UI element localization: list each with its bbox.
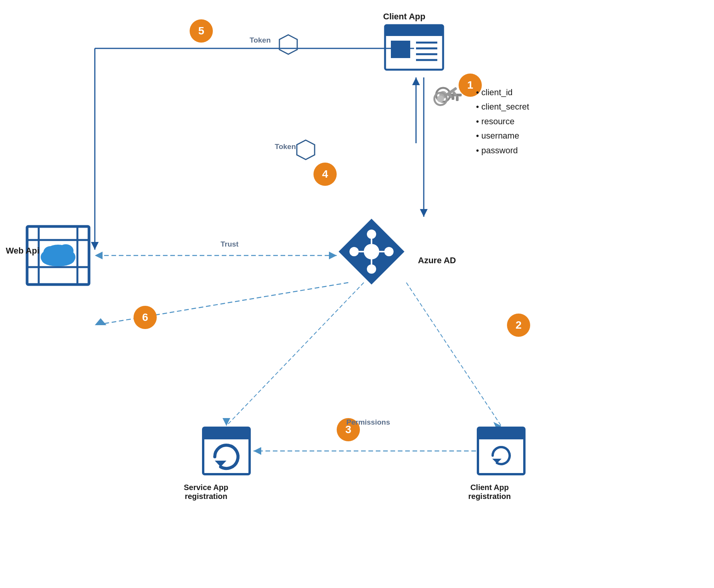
svg-point-47 — [364, 244, 379, 259]
azure-ad-label: Azure AD — [418, 255, 456, 266]
svg-rect-57 — [203, 428, 250, 439]
svg-rect-20 — [385, 25, 443, 36]
permissions-label: Permissions — [346, 418, 390, 427]
credential-username: username — [476, 129, 529, 143]
key-icon — [433, 83, 464, 116]
svg-marker-2 — [91, 242, 99, 250]
svg-line-14 — [226, 283, 364, 426]
badge-2: 2 — [507, 314, 530, 337]
svg-point-51 — [349, 247, 359, 256]
badge-4: 4 — [313, 163, 337, 186]
svg-point-49 — [384, 247, 394, 256]
svg-point-45 — [58, 244, 74, 257]
badge-5: 5 — [190, 19, 213, 43]
token-mid-label: Token — [275, 142, 296, 151]
svg-marker-8 — [95, 252, 103, 259]
diagram-container: 5 Token Client App 1 — [0, 0, 714, 588]
token-top-hex — [279, 34, 298, 57]
client-app-reg-icon — [476, 426, 526, 476]
diagram-lines — [0, 0, 714, 588]
client-reg-label: Client App registration — [468, 483, 511, 501]
service-app-reg-icon — [201, 426, 252, 476]
svg-marker-15 — [223, 418, 230, 426]
svg-point-50 — [367, 264, 376, 274]
credential-password: password — [476, 143, 529, 158]
svg-marker-11 — [95, 318, 106, 325]
svg-point-44 — [43, 246, 57, 259]
svg-marker-6 — [420, 209, 428, 217]
svg-line-10 — [95, 283, 348, 325]
credentials-list: client_id client_secret resource usernam… — [476, 85, 529, 158]
svg-marker-18 — [279, 35, 297, 54]
svg-rect-21 — [391, 41, 410, 58]
svg-marker-61 — [492, 459, 502, 463]
svg-marker-9 — [329, 252, 337, 259]
svg-line-12 — [406, 283, 501, 426]
azure-ad-icon — [337, 217, 406, 286]
service-reg-label: Service App registration — [184, 483, 228, 501]
badge-6: 6 — [134, 306, 157, 329]
credential-resource: resource — [476, 114, 529, 129]
credential-client-id: client_id — [476, 85, 529, 99]
trust-label: Trust — [221, 240, 238, 249]
svg-rect-60 — [478, 428, 524, 439]
svg-point-48 — [367, 230, 376, 239]
client-app-icon — [383, 23, 445, 74]
token-top-label: Token — [250, 36, 271, 45]
client-app-label: Client App — [383, 12, 425, 22]
credential-client-secret: client_secret — [476, 99, 529, 114]
svg-marker-58 — [215, 461, 226, 467]
token-mid-hex — [296, 139, 315, 162]
svg-marker-4 — [412, 77, 420, 85]
web-api-label: Web Api — [6, 246, 39, 256]
svg-rect-29 — [456, 96, 459, 101]
svg-marker-36 — [297, 140, 315, 159]
svg-marker-17 — [253, 447, 261, 455]
